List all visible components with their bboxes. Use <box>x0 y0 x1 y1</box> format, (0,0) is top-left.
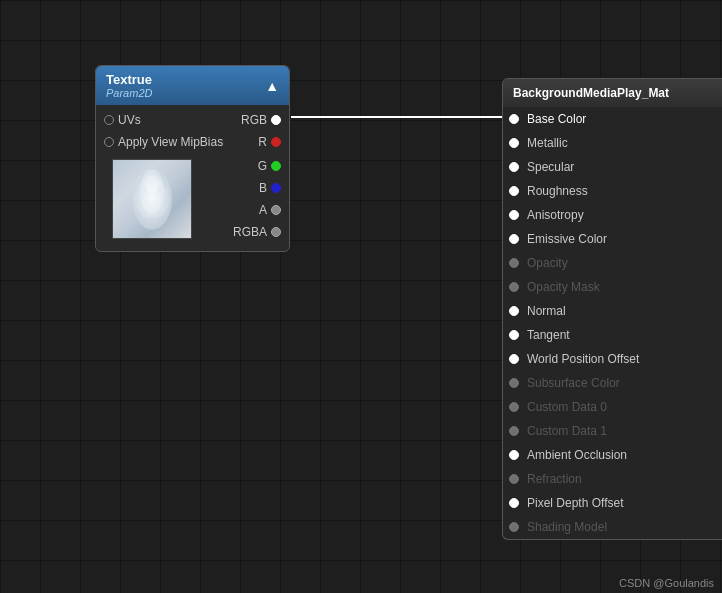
mat-row-emissive[interactable]: Emissive Color <box>503 227 722 251</box>
mat-pin-custom1[interactable] <box>509 426 519 436</box>
texture-node-title-group: Textrue Param2D <box>106 72 152 99</box>
mat-row-anisotropy[interactable]: Anisotropy <box>503 203 722 227</box>
mat-row-pdo[interactable]: Pixel Depth Offset <box>503 491 722 515</box>
g-pin[interactable] <box>271 161 281 171</box>
svg-point-4 <box>145 175 159 193</box>
node-collapse-button[interactable]: ▲ <box>265 78 279 94</box>
mat-pin-pdo[interactable] <box>509 498 519 508</box>
b-pin[interactable] <box>271 183 281 193</box>
mat-row-shading[interactable]: Shading Model <box>503 515 722 539</box>
mat-row-custom1[interactable]: Custom Data 1 <box>503 419 722 443</box>
r-pin[interactable] <box>271 137 281 147</box>
mat-pin-metallic[interactable] <box>509 138 519 148</box>
mat-pin-custom0[interactable] <box>509 402 519 412</box>
connection-line <box>291 116 516 118</box>
mat-pin-specular[interactable] <box>509 162 519 172</box>
mat-pin-base-color[interactable] <box>509 114 519 124</box>
mat-label-normal: Normal <box>527 304 566 318</box>
node-row-mipmias: Apply View MipBias R <box>96 131 289 153</box>
mipmias-pin[interactable] <box>104 137 114 147</box>
texture-node-title: Textrue <box>106 72 152 87</box>
mat-row-wpo[interactable]: World Position Offset <box>503 347 722 371</box>
watermark-text: CSDN @Goulandis <box>619 577 714 589</box>
mat-pin-opacity-mask[interactable] <box>509 282 519 292</box>
rgba-label: RGBA <box>233 225 267 239</box>
mat-row-ao[interactable]: Ambient Occlusion <box>503 443 722 467</box>
a-pin[interactable] <box>271 205 281 215</box>
uvs-label: UVs <box>118 113 141 127</box>
preview-outputs-row: G B A <box>96 153 289 247</box>
mat-pin-subsurface[interactable] <box>509 378 519 388</box>
mat-pin-ao[interactable] <box>509 450 519 460</box>
rgb-pin[interactable] <box>271 115 281 125</box>
mat-label-custom1: Custom Data 1 <box>527 424 607 438</box>
r-output[interactable]: R <box>258 135 281 149</box>
r-label: R <box>258 135 267 149</box>
texture-node: Textrue Param2D ▲ UVs RGB Apply View Mip… <box>95 65 290 252</box>
mat-row-opacity[interactable]: Opacity <box>503 251 722 275</box>
mat-label-tangent: Tangent <box>527 328 570 342</box>
mat-row-normal[interactable]: Normal <box>503 299 722 323</box>
mat-row-tangent[interactable]: Tangent <box>503 323 722 347</box>
g-output[interactable]: G <box>204 159 281 173</box>
mat-label-metallic: Metallic <box>527 136 568 150</box>
mipmias-input[interactable]: Apply View MipBias <box>104 135 223 149</box>
a-label: A <box>259 203 267 217</box>
material-node: BackgroundMediaPlay_Mat Base Color Metal… <box>502 78 722 540</box>
mat-label-pdo: Pixel Depth Offset <box>527 496 624 510</box>
b-output-row: B <box>204 177 281 199</box>
a-output-row: A <box>204 199 281 221</box>
rgb-output[interactable]: RGB <box>241 113 281 127</box>
mat-label-custom0: Custom Data 0 <box>527 400 607 414</box>
mat-row-opacity-mask[interactable]: Opacity Mask <box>503 275 722 299</box>
b-output[interactable]: B <box>204 181 281 195</box>
mat-pin-shading[interactable] <box>509 522 519 532</box>
mat-label-refraction: Refraction <box>527 472 582 486</box>
mat-label-opacity: Opacity <box>527 256 568 270</box>
b-label: B <box>259 181 267 195</box>
watermark: CSDN @Goulandis <box>619 577 714 589</box>
mat-row-refraction[interactable]: Refraction <box>503 467 722 491</box>
mat-label-roughness: Roughness <box>527 184 588 198</box>
mat-row-specular[interactable]: Specular <box>503 155 722 179</box>
mat-pin-opacity[interactable] <box>509 258 519 268</box>
svg-point-0 <box>132 170 172 230</box>
mipmias-label: Apply View MipBias <box>118 135 223 149</box>
uvs-pin[interactable] <box>104 115 114 125</box>
output-pins-group: G B A <box>204 155 281 243</box>
mat-pin-refraction[interactable] <box>509 474 519 484</box>
uvs-input[interactable]: UVs <box>104 113 141 127</box>
svg-point-3 <box>145 183 173 219</box>
texture-node-subtitle: Param2D <box>106 87 152 99</box>
mat-pin-tangent[interactable] <box>509 330 519 340</box>
mat-row-subsurface[interactable]: Subsurface Color <box>503 371 722 395</box>
mat-label-anisotropy: Anisotropy <box>527 208 584 222</box>
rgba-pin[interactable] <box>271 227 281 237</box>
mat-label-subsurface: Subsurface Color <box>527 376 620 390</box>
mat-pin-wpo[interactable] <box>509 354 519 364</box>
mat-row-base-color[interactable]: Base Color <box>503 107 722 131</box>
a-output[interactable]: A <box>204 203 281 217</box>
mat-pin-roughness[interactable] <box>509 186 519 196</box>
mat-pin-anisotropy[interactable] <box>509 210 519 220</box>
rgb-label: RGB <box>241 113 267 127</box>
mat-label-ao: Ambient Occlusion <box>527 448 627 462</box>
material-node-header: BackgroundMediaPlay_Mat <box>503 79 722 107</box>
mat-row-custom0[interactable]: Custom Data 0 <box>503 395 722 419</box>
svg-point-2 <box>131 183 159 219</box>
g-output-row: G <box>204 155 281 177</box>
mat-label-emissive: Emissive Color <box>527 232 607 246</box>
texture-node-body: UVs RGB Apply View MipBias R <box>96 105 289 251</box>
preview-svg <box>117 162 187 237</box>
mat-pin-emissive[interactable] <box>509 234 519 244</box>
node-row-uvs: UVs RGB <box>96 109 289 131</box>
mat-row-metallic[interactable]: Metallic <box>503 131 722 155</box>
g-label: G <box>258 159 267 173</box>
svg-point-1 <box>140 170 164 214</box>
mat-pin-normal[interactable] <box>509 306 519 316</box>
rgba-output[interactable]: RGBA <box>204 225 281 239</box>
mat-row-roughness[interactable]: Roughness <box>503 179 722 203</box>
mat-label-specular: Specular <box>527 160 574 174</box>
mat-label-opacity-mask: Opacity Mask <box>527 280 600 294</box>
mat-label-base-color: Base Color <box>527 112 586 126</box>
